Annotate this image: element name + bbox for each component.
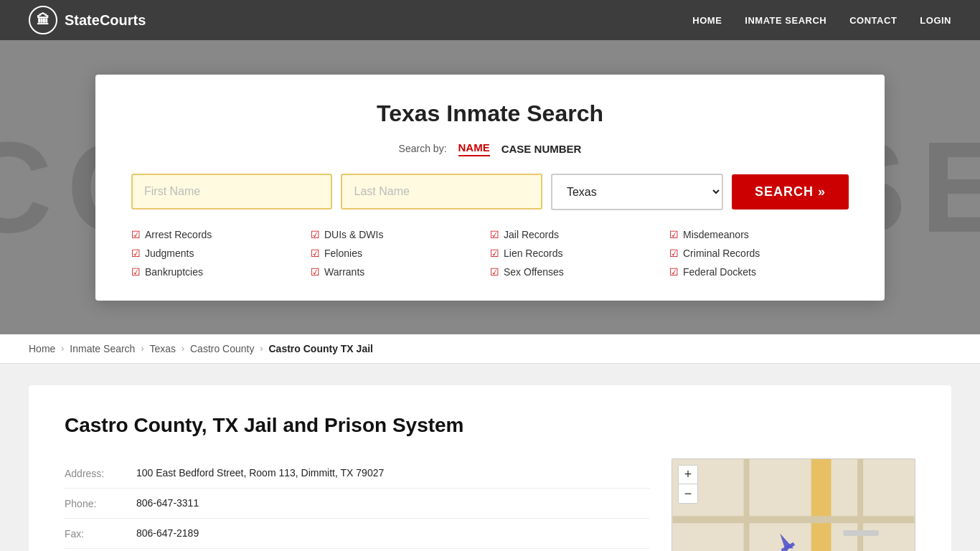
search-by-label: Search by: (399, 143, 447, 154)
last-name-input[interactable] (341, 174, 542, 209)
map-svg (672, 459, 915, 551)
logo-area: 🏛 StateCourts (29, 6, 146, 34)
feature-label: Misdemeanors (683, 229, 749, 240)
breadcrumb-castro-county[interactable]: Castro County (190, 343, 254, 354)
map-container: + − (672, 458, 915, 551)
state-select[interactable]: Texas Alabama Alaska Arizona Arkansas Ca… (551, 174, 723, 210)
address-value: 100 East Bedford Street, Room 113, Dimmi… (136, 467, 384, 479)
feature-label: Sex Offenses (504, 266, 564, 278)
content-area: Castro County, TX Jail and Prison System… (0, 364, 980, 551)
svg-rect-1 (811, 459, 831, 551)
check-icon: ☑ (669, 229, 679, 240)
breadcrumb-sep-1: › (61, 344, 64, 354)
feature-item: ☑Federal Dockets (669, 265, 849, 279)
map-zoom-out[interactable]: − (679, 484, 697, 503)
check-icon: ☑ (131, 229, 141, 240)
content-card: Castro County, TX Jail and Prison System… (29, 385, 951, 551)
svg-rect-5 (744, 459, 750, 551)
feature-label: Arrest Records (145, 229, 212, 240)
map-controls: + − (678, 465, 698, 504)
check-icon: ☑ (311, 229, 320, 240)
breadcrumb-sep-3: › (182, 344, 184, 354)
check-icon: ☑ (311, 266, 320, 278)
svg-rect-6 (857, 459, 863, 551)
feature-label: Bankruptcies (145, 266, 203, 278)
breadcrumb-texas[interactable]: Texas (149, 343, 176, 354)
breadcrumb-inmate-search[interactable]: Inmate Search (70, 343, 135, 354)
phone-row: Phone: 806-647-3311 (65, 489, 650, 519)
hero-section: COURTHOUSE Texas Inmate Search Search by… (0, 40, 980, 334)
feature-label: Jail Records (504, 229, 559, 240)
fax-row: Fax: 806-647-2189 (65, 519, 650, 549)
feature-item: ☑DUIs & DWIs (311, 227, 490, 242)
search-by-row: Search by: NAME CASE NUMBER (131, 141, 849, 156)
feature-label: DUIs & DWIs (324, 229, 383, 240)
check-icon: ☑ (311, 248, 320, 259)
features-grid: ☑Arrest Records☑DUIs & DWIs☑Jail Records… (131, 227, 849, 279)
check-icon: ☑ (669, 266, 679, 278)
search-button[interactable]: SEARCH » (732, 174, 849, 209)
breadcrumb-sep-2: › (141, 344, 143, 354)
tab-case-number[interactable]: CASE NUMBER (501, 143, 582, 155)
breadcrumb-sep-4: › (260, 344, 263, 354)
feature-item: ☑Sex Offenses (490, 265, 669, 279)
feature-item: ☑Misdemeanors (669, 227, 849, 242)
site-name: StateCourts (65, 12, 146, 29)
first-name-input[interactable] (131, 174, 332, 209)
check-icon: ☑ (490, 229, 499, 240)
feature-label: Lien Records (504, 248, 563, 259)
nav-home[interactable]: HOME (692, 15, 722, 26)
main-nav: HOME INMATE SEARCH CONTACT LOGIN (692, 15, 951, 26)
search-inputs-row: Texas Alabama Alaska Arizona Arkansas Ca… (131, 174, 849, 210)
feature-item: ☑Warrants (311, 265, 490, 279)
feature-item: ☑Bankruptcies (131, 265, 311, 279)
nav-contact[interactable]: CONTACT (849, 15, 897, 26)
breadcrumb-current: Castro County TX Jail (268, 343, 372, 354)
svg-rect-0 (673, 459, 915, 551)
svg-rect-10 (843, 530, 879, 536)
feature-item: ☑Criminal Records (669, 246, 849, 260)
feature-item: ☑Judgments (131, 246, 311, 260)
tab-name[interactable]: NAME (458, 141, 490, 156)
breadcrumb: Home › Inmate Search › Texas › Castro Co… (0, 334, 980, 364)
feature-item: ☑Felonies (311, 246, 490, 260)
phone-label: Phone: (65, 497, 122, 509)
logo-icon: 🏛 (29, 6, 57, 34)
feature-item: ☑Arrest Records (131, 227, 311, 242)
check-icon: ☑ (131, 266, 141, 278)
search-title: Texas Inmate Search (131, 100, 849, 127)
nav-inmate-search[interactable]: INMATE SEARCH (745, 15, 826, 26)
feature-label: Criminal Records (683, 248, 760, 259)
address-row: Address: 100 East Bedford Street, Room 1… (65, 458, 650, 489)
site-header: 🏛 StateCourts HOME INMATE SEARCH CONTACT… (0, 0, 980, 40)
check-icon: ☑ (490, 248, 499, 259)
check-icon: ☑ (131, 248, 141, 259)
feature-label: Warrants (324, 266, 364, 278)
nav-login[interactable]: LOGIN (920, 15, 951, 26)
svg-rect-2 (673, 516, 915, 523)
fax-label: Fax: (65, 527, 122, 540)
phone-value: 806-647-3311 (136, 497, 199, 509)
feature-item: ☑Jail Records (490, 227, 669, 242)
map-zoom-in[interactable]: + (679, 466, 697, 484)
feature-label: Federal Dockets (683, 266, 756, 278)
check-icon: ☑ (669, 248, 679, 259)
info-table: Address: 100 East Bedford Street, Room 1… (65, 458, 650, 551)
breadcrumb-home[interactable]: Home (29, 343, 55, 354)
search-card: Texas Inmate Search Search by: NAME CASE… (95, 75, 885, 301)
address-label: Address: (65, 467, 122, 479)
feature-label: Felonies (324, 248, 362, 259)
info-section: Address: 100 East Bedford Street, Room 1… (65, 458, 915, 551)
check-icon: ☑ (490, 266, 499, 278)
content-title: Castro County, TX Jail and Prison System (65, 414, 915, 437)
fax-value: 806-647-2189 (136, 527, 199, 539)
feature-label: Judgments (145, 248, 194, 259)
feature-item: ☑Lien Records (490, 246, 669, 260)
